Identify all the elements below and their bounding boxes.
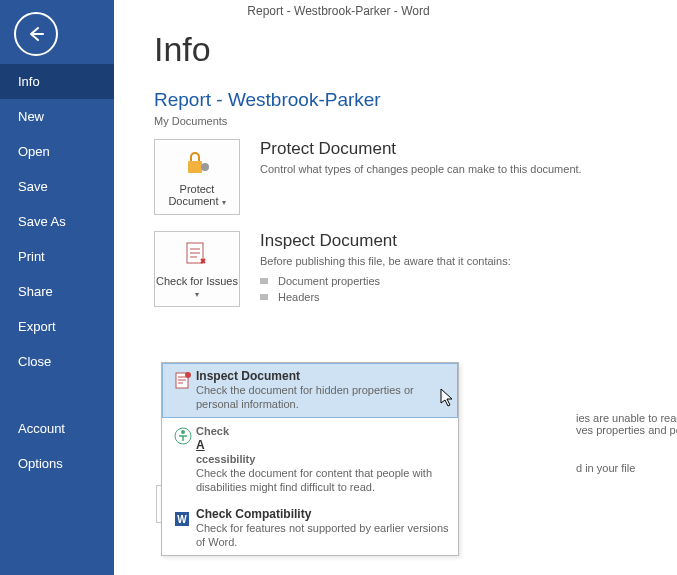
inspect-doc-icon xyxy=(170,369,196,391)
compat-icon: W xyxy=(170,507,196,529)
check-issues-dropdown: Inspect Document Check the document for … xyxy=(161,362,459,556)
inspect-desc: Before publishing this file, be aware th… xyxy=(260,255,511,267)
sidebar-item-open[interactable]: Open xyxy=(0,134,114,169)
sidebar-item-save[interactable]: Save xyxy=(0,169,114,204)
document-location: My Documents xyxy=(154,115,677,127)
svg-point-6 xyxy=(185,372,191,378)
dropdown-access-title: Check Accessibility xyxy=(196,424,450,467)
hidden-link[interactable]: d in your file xyxy=(576,462,677,474)
backstage-sidebar: Info New Open Save Save As Print Share E… xyxy=(0,0,114,575)
protect-desc: Control what types of changes people can… xyxy=(260,163,582,175)
svg-point-1 xyxy=(201,163,209,171)
inspect-section: Check for Issues ▾ Inspect Document Befo… xyxy=(154,231,677,307)
protect-heading: Protect Document xyxy=(260,139,582,159)
dropdown-check-accessibility[interactable]: Check Accessibility Check the document f… xyxy=(162,418,458,501)
sidebar-item-info[interactable]: Info xyxy=(0,64,114,99)
sidebar-item-share[interactable]: Share xyxy=(0,274,114,309)
accessibility-icon xyxy=(170,424,196,446)
dropdown-compat-desc: Check for features not supported by earl… xyxy=(196,521,450,550)
page-title: Info xyxy=(154,30,677,69)
check-issues-label: Check for Issues xyxy=(156,275,238,287)
dropdown-check-compatibility[interactable]: W Check Compatibility Check for features… xyxy=(162,501,458,556)
protect-button-label: Protect Document xyxy=(168,183,218,207)
dropdown-inspect-document[interactable]: Inspect Document Check the document for … xyxy=(162,363,458,418)
svg-point-8 xyxy=(181,430,185,434)
protect-section: Protect Document ▾ Protect Document Cont… xyxy=(154,139,677,215)
sidebar-item-print[interactable]: Print xyxy=(0,239,114,274)
inspect-item: Headers xyxy=(260,289,511,305)
sidebar-item-account[interactable]: Account xyxy=(0,411,114,446)
check-issues-button[interactable]: Check for Issues ▾ xyxy=(154,231,240,307)
dropdown-inspect-desc: Check the document for hidden properties… xyxy=(196,383,450,412)
sidebar-item-options[interactable]: Options xyxy=(0,446,114,481)
inspect-heading: Inspect Document xyxy=(260,231,511,251)
inspect-item: Document properties xyxy=(260,273,511,289)
lock-icon xyxy=(183,147,211,179)
sidebar-item-close[interactable]: Close xyxy=(0,344,114,379)
document-title: Report - Westbrook-Parker xyxy=(154,89,677,111)
svg-text:W: W xyxy=(177,514,187,525)
check-issues-icon xyxy=(183,239,211,271)
back-button[interactable] xyxy=(14,12,58,56)
dropdown-inspect-title: Inspect Document xyxy=(196,369,450,383)
sidebar-item-new[interactable]: New xyxy=(0,99,114,134)
sidebar-item-saveas[interactable]: Save As xyxy=(0,204,114,239)
dropdown-compat-title: Check Compatibility xyxy=(196,507,450,521)
back-arrow-icon xyxy=(26,24,46,44)
sidebar-item-export[interactable]: Export xyxy=(0,309,114,344)
svg-rect-0 xyxy=(188,161,202,173)
protect-document-button[interactable]: Protect Document ▾ xyxy=(154,139,240,215)
partially-hidden-text: ies are unable to read ves properties an… xyxy=(576,412,677,474)
dropdown-access-desc: Check the document for content that peop… xyxy=(196,466,450,495)
